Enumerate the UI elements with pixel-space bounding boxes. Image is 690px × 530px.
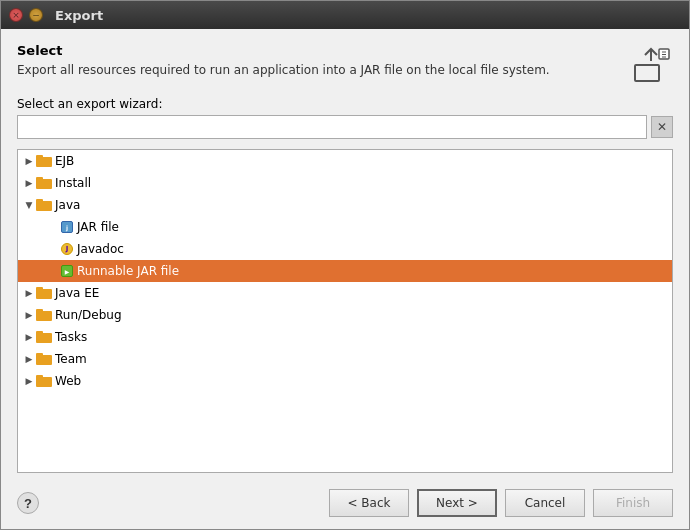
help-button[interactable]: ? <box>17 492 39 514</box>
dialog-content: Select Export all resources required to … <box>1 29 689 483</box>
tree-item-javadoc[interactable]: J Javadoc <box>18 238 672 260</box>
folder-icon-java-ee <box>36 287 52 299</box>
header-text: Select Export all resources required to … <box>17 43 629 79</box>
tree-item-team[interactable]: ▶ Team <box>18 348 672 370</box>
folder-icon-tasks <box>36 331 52 343</box>
expand-arrow-java-ee: ▶ <box>22 288 36 298</box>
runnable-jar-icon: ▶ <box>60 264 74 278</box>
jar-file-icon: j <box>60 220 74 234</box>
tree-label-team: Team <box>55 352 87 366</box>
footer-left: ? <box>17 492 39 514</box>
footer-right: < Back Next > Cancel Finish <box>329 489 673 517</box>
back-button[interactable]: < Back <box>329 489 409 517</box>
folder-icon-install <box>36 177 52 189</box>
expand-arrow-install: ▶ <box>22 178 36 188</box>
tree-label-install: Install <box>55 176 91 190</box>
tree-label-runnable-jar: Runnable JAR file <box>77 264 179 278</box>
close-button[interactable]: × <box>9 8 23 22</box>
tree-label-java: Java <box>55 198 80 212</box>
header-title: Select <box>17 43 629 58</box>
tree-item-web[interactable]: ▶ Web <box>18 370 672 392</box>
tree-item-install[interactable]: ▶ Install <box>18 172 672 194</box>
search-input[interactable] <box>17 115 647 139</box>
tree-item-tasks[interactable]: ▶ Tasks <box>18 326 672 348</box>
tree-item-runnable-jar[interactable]: ▶ Runnable JAR file <box>18 260 672 282</box>
expand-arrow-tasks: ▶ <box>22 332 36 342</box>
tree-item-run-debug[interactable]: ▶ Run/Debug <box>18 304 672 326</box>
tree-label-ejb: EJB <box>55 154 74 168</box>
minimize-button[interactable]: − <box>29 8 43 22</box>
svg-rect-0 <box>635 65 659 81</box>
folder-icon-web <box>36 375 52 387</box>
tree-label-run-debug: Run/Debug <box>55 308 122 322</box>
tree-item-ejb[interactable]: ▶ EJB <box>18 150 672 172</box>
folder-icon-java <box>36 199 52 211</box>
header-section: Select Export all resources required to … <box>17 43 673 87</box>
tree-label-javadoc: Javadoc <box>77 242 124 256</box>
tree-item-java[interactable]: ▼ Java <box>18 194 672 216</box>
clear-search-button[interactable]: ✕ <box>651 116 673 138</box>
expand-arrow-web: ▶ <box>22 376 36 386</box>
expand-arrow-run-debug: ▶ <box>22 310 36 320</box>
tree-item-jar-file[interactable]: j JAR file <box>18 216 672 238</box>
tree-label-java-ee: Java EE <box>55 286 99 300</box>
search-row: ✕ <box>17 115 673 139</box>
search-section: Select an export wizard: ✕ <box>17 97 673 139</box>
window-title: Export <box>55 8 103 23</box>
titlebar: × − Export <box>1 1 689 29</box>
wizard-tree[interactable]: ▶ EJB ▶ Install ▼ Java j JAR file <box>17 149 673 473</box>
folder-icon-ejb <box>36 155 52 167</box>
javadoc-icon: J <box>60 242 74 256</box>
dialog-footer: ? < Back Next > Cancel Finish <box>1 483 689 529</box>
next-button[interactable]: Next > <box>417 489 497 517</box>
cancel-button[interactable]: Cancel <box>505 489 585 517</box>
tree-label-web: Web <box>55 374 81 388</box>
folder-icon-team <box>36 353 52 365</box>
expand-arrow-team: ▶ <box>22 354 36 364</box>
tree-label-jar-file: JAR file <box>77 220 119 234</box>
export-svg-icon <box>631 45 671 85</box>
export-icon <box>629 43 673 87</box>
expand-arrow-ejb: ▶ <box>22 156 36 166</box>
tree-label-tasks: Tasks <box>55 330 87 344</box>
tree-item-java-ee[interactable]: ▶ Java EE <box>18 282 672 304</box>
finish-button[interactable]: Finish <box>593 489 673 517</box>
expand-arrow-java: ▼ <box>22 200 36 210</box>
header-description: Export all resources required to run an … <box>17 62 629 79</box>
search-label: Select an export wizard: <box>17 97 673 111</box>
export-dialog: × − Export Select Export all resources r… <box>0 0 690 530</box>
folder-icon-run-debug <box>36 309 52 321</box>
